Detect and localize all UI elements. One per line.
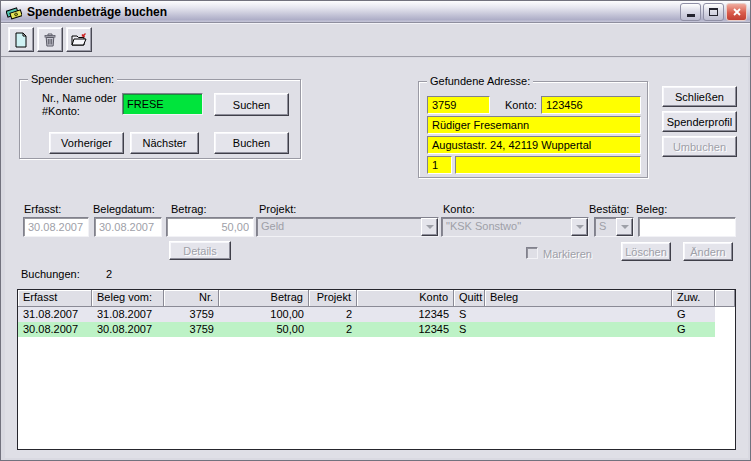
app-window: Spendenbeträge buchen: [0, 0, 751, 461]
buchungen-count: 2: [106, 268, 112, 281]
column-header-betrag[interactable]: Betrag: [219, 290, 309, 307]
gefundene-adresse-legend: Gefundene Adresse:: [427, 75, 533, 87]
cell-erfasst: 31.08.2007: [18, 307, 92, 322]
bestaetg-dropdown: S: [594, 217, 634, 237]
loeschen-button: Löschen: [621, 242, 671, 261]
bestaetg-dropdown-arrow: [616, 218, 633, 236]
minimize-icon: [687, 14, 695, 17]
details-button: Details: [169, 241, 231, 260]
bestaetg-value: S: [595, 218, 616, 236]
projekt-dropdown-arrow: [421, 218, 438, 236]
column-header-spacer: [715, 290, 735, 307]
markieren-checkbox: [526, 247, 538, 259]
projekt-dropdown: Geld: [256, 217, 439, 237]
spender-suchen-legend: Spender suchen:: [28, 73, 117, 85]
chevron-down-icon: [426, 225, 434, 229]
close-button[interactable]: [726, 3, 747, 21]
cell-quitt: S: [454, 322, 485, 337]
donations-app-icon: [6, 4, 22, 20]
window-title: Spendenbeträge buchen: [27, 5, 678, 19]
spender-suchen-group: Spender suchen: Nr., Name oder #Konto: S…: [19, 79, 301, 159]
cell-projekt: 2: [309, 322, 357, 337]
search-input[interactable]: [122, 93, 203, 115]
trash-icon: [42, 32, 58, 48]
projekt-value: Geld: [257, 218, 421, 236]
betrag-label: Betrag:: [171, 203, 206, 216]
cell-betrag: 50,00: [219, 322, 309, 337]
table-row-highlighted[interactable]: 30.08.2007 30.08.2007 3759 50,00 2 12345…: [18, 322, 735, 337]
erfasst-field: [23, 217, 89, 237]
buchungen-label: Buchungen:: [21, 268, 80, 281]
cell-konto: 12345: [357, 322, 454, 337]
new-document-icon: [13, 32, 29, 48]
aendern-button: Ändern: [683, 242, 733, 261]
column-header-quitt[interactable]: Quitt: [454, 290, 485, 307]
cell-zuw: G: [672, 322, 715, 337]
schliessen-button[interactable]: Schließen: [662, 86, 737, 107]
cell-projekt: 2: [309, 307, 357, 322]
konto-dropdown: "KSK Sonstwo": [441, 217, 589, 237]
cell-konto: 12345: [357, 307, 454, 322]
beleg-input[interactable]: [638, 217, 736, 237]
cell-nr: 3759: [164, 307, 219, 322]
cell-quitt: S: [454, 307, 485, 322]
delete-record-button[interactable]: [37, 27, 63, 52]
projekt-label: Projekt:: [259, 203, 296, 216]
column-header-erfasst[interactable]: Erfasst: [18, 290, 92, 307]
cell-beleg-vom: 31.08.2007: [92, 307, 164, 322]
column-header-projekt[interactable]: Projekt: [309, 290, 357, 307]
konto-dropdown-arrow: [571, 218, 588, 236]
belegdatum-label: Belegdatum:: [93, 203, 155, 216]
chevron-down-icon: [621, 225, 629, 229]
titlebar[interactable]: Spendenbeträge buchen: [1, 1, 750, 23]
cell-zuw: G: [672, 307, 715, 322]
table-row[interactable]: 31.08.2007 31.08.2007 3759 100,00 2 1234…: [18, 307, 735, 322]
beleg-label: Beleg:: [636, 203, 667, 216]
naechster-button[interactable]: Nächster: [130, 132, 199, 154]
search-label-line1: Nr., Name oder: [42, 92, 117, 105]
bestaetg-label: Bestätg:: [589, 203, 629, 216]
cell-nr: 3759: [164, 322, 219, 337]
cell-erfasst: 30.08.2007: [18, 322, 92, 337]
maximize-button[interactable]: [703, 3, 724, 21]
konto-value: "KSK Sonstwo": [442, 218, 571, 236]
markieren-label: Markieren: [543, 248, 592, 261]
konto-nr-field: 123456: [541, 96, 641, 114]
minimize-button[interactable]: [680, 3, 701, 21]
column-header-konto[interactable]: Konto: [357, 290, 454, 307]
cell-beleg: [485, 322, 672, 337]
cell-spacer: [715, 307, 735, 322]
betrag-field: [166, 217, 254, 237]
buchungen-table: Erfasst Beleg vom: Nr. Betrag Projekt Ko…: [17, 289, 736, 450]
gefundene-adresse-group: Gefundene Adresse: 3759 Konto: 123456 Rü…: [418, 81, 648, 178]
open-booking-button[interactable]: [66, 27, 92, 52]
close-icon: [732, 7, 742, 17]
search-label-line2: #Konto:: [42, 105, 80, 118]
maximize-icon: [709, 8, 718, 16]
konto-form-label: Konto:: [443, 203, 475, 216]
spenderprofil-button[interactable]: Spenderprofil: [662, 111, 737, 132]
column-header-nr[interactable]: Nr.: [164, 290, 219, 307]
suchen-button[interactable]: Suchen: [214, 93, 289, 116]
new-record-button[interactable]: [8, 27, 34, 52]
spender-adresse-field: Augustastr. 24, 42119 Wuppertal: [427, 136, 641, 154]
vorheriger-button[interactable]: Vorheriger: [49, 132, 124, 154]
buchen-button[interactable]: Buchen: [214, 132, 289, 154]
zusatz-rechts-field: [455, 156, 641, 174]
erfasst-label: Erfasst:: [24, 203, 61, 216]
cell-beleg-vom: 30.08.2007: [92, 322, 164, 337]
column-header-zuw[interactable]: Zuw.: [672, 290, 715, 307]
cell-spacer: [715, 322, 735, 337]
column-header-beleg-vom[interactable]: Beleg vom:: [92, 290, 164, 307]
toolbar: [1, 23, 750, 57]
belegdatum-field: [94, 217, 162, 237]
spender-nr-field: 3759: [427, 96, 490, 114]
table-header-row: Erfasst Beleg vom: Nr. Betrag Projekt Ko…: [18, 290, 735, 307]
open-folder-icon: [71, 32, 87, 48]
spender-name-field: Rüdiger Fresemann: [427, 116, 641, 134]
cell-betrag: 100,00: [219, 307, 309, 322]
zusatz-links-field: 1: [427, 156, 452, 174]
column-header-beleg[interactable]: Beleg: [485, 290, 672, 307]
cell-beleg: [485, 307, 672, 322]
client-area: Spender suchen: Nr., Name oder #Konto: S…: [5, 58, 748, 458]
